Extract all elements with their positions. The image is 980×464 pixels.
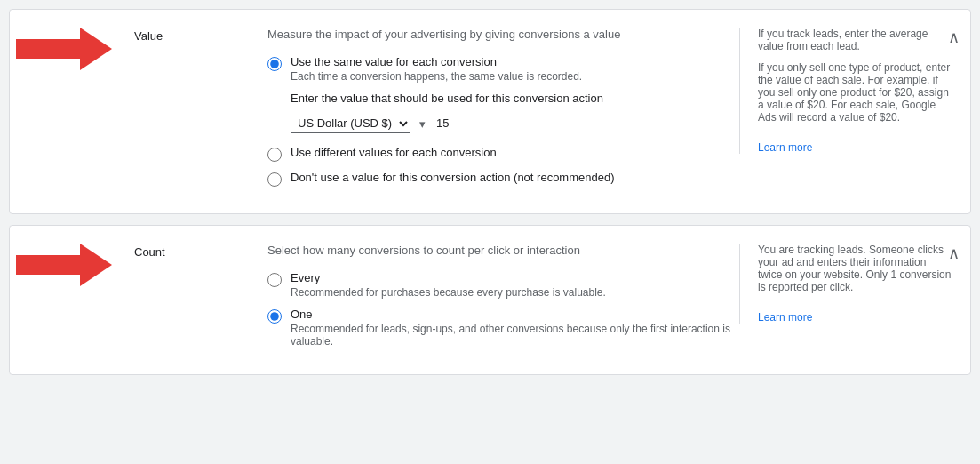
value-content: Measure the impact of your advertising b… [259, 28, 739, 196]
value-red-arrow [14, 28, 112, 70]
radio-one-label: One [291, 308, 730, 321]
amount-input[interactable] [433, 115, 477, 132]
value-description: Measure the impact of your advertising b… [267, 28, 730, 41]
radio-no-value-label: Don't use a value for this conversion ac… [291, 171, 615, 184]
value-input-row: US Dollar (USD $) ▾ [291, 114, 730, 133]
count-arrow-shaft [16, 255, 80, 275]
count-help: ∧ You are tracking leads. Someone clicks… [739, 244, 970, 324]
radio-no-value-input[interactable] [267, 172, 282, 187]
radio-same-value-sublabel: Each time a conversion happens, the same… [291, 70, 582, 83]
radio-every-sublabel: Recommended for purchases because every … [291, 286, 606, 299]
radio-one-sublabel: Recommended for leads, sign-ups, and oth… [291, 323, 730, 348]
radio-different-values-label: Use different values for each conversion [291, 146, 497, 159]
value-arrow-container [10, 28, 116, 70]
radio-no-value[interactable]: Don't use a value for this conversion ac… [267, 171, 730, 187]
value-help: ∧ If you track leads, enter the average … [739, 28, 970, 154]
radio-every-input[interactable] [267, 273, 282, 287]
value-learn-more[interactable]: Learn more [758, 141, 812, 154]
radio-every-label: Every [291, 271, 606, 284]
count-learn-more[interactable]: Learn more [758, 311, 812, 324]
radio-same-value[interactable]: Use the same value for each conversion E… [267, 55, 730, 83]
count-label: Count [116, 244, 259, 259]
radio-different-values-input[interactable] [267, 148, 282, 162]
value-help-text-2: If you only sell one type of product, en… [758, 61, 952, 124]
count-description: Select how many conversions to count per… [267, 244, 730, 257]
count-arrow-head [80, 244, 112, 286]
value-label: Value [116, 28, 259, 43]
arrow-shaft [16, 39, 80, 59]
count-arrow-container [10, 244, 116, 286]
count-help-text: You are tracking leads. Someone clicks y… [758, 244, 952, 293]
radio-same-value-input[interactable] [267, 57, 282, 71]
radio-one[interactable]: One Recommended for leads, sign-ups, and… [267, 308, 730, 348]
value-collapse-icon[interactable]: ∧ [948, 28, 960, 47]
count-collapse-icon[interactable]: ∧ [948, 244, 960, 263]
value-input-label: Enter the value that should be used for … [291, 92, 730, 105]
radio-same-value-label: Use the same value for each conversion [291, 55, 582, 68]
radio-different-values[interactable]: Use different values for each conversion [267, 146, 730, 162]
currency-select[interactable]: US Dollar (USD $) [291, 114, 410, 133]
value-help-text-1: If you track leads, enter the average va… [758, 28, 952, 52]
count-section: Count Select how many conversions to cou… [9, 225, 971, 375]
radio-every[interactable]: Every Recommended for purchases because … [267, 271, 730, 299]
count-red-arrow [14, 244, 112, 286]
arrow-head [80, 28, 112, 70]
value-section: Value Measure the impact of your adverti… [9, 9, 971, 214]
count-content: Select how many conversions to count per… [259, 244, 739, 356]
radio-one-input[interactable] [267, 309, 282, 324]
